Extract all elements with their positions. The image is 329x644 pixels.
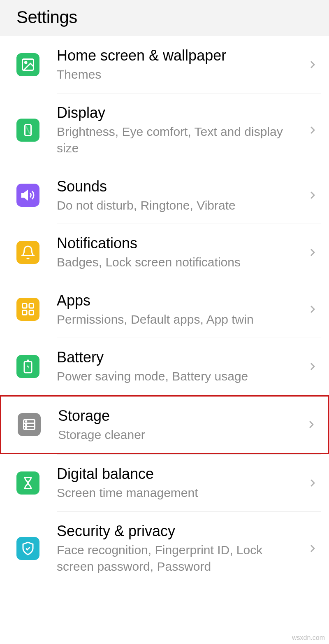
storage-icon — [18, 413, 41, 436]
item-subtitle: Storage cleaner — [58, 427, 301, 443]
shield-icon — [16, 537, 39, 560]
svg-rect-5 — [23, 304, 27, 308]
item-subtitle: Screen time management — [57, 485, 303, 502]
item-subtitle: Badges, Lock screen notifications — [57, 254, 303, 271]
svg-rect-7 — [23, 310, 27, 315]
item-title: Display — [57, 103, 303, 122]
svg-rect-8 — [29, 310, 34, 315]
chevron-right-icon — [308, 125, 317, 135]
svg-marker-4 — [22, 191, 28, 200]
settings-list: Home screen & wallpaperThemesDisplayBrig… — [0, 36, 329, 585]
settings-row-notifications[interactable]: NotificationsBadges, Lock screen notific… — [0, 224, 329, 281]
chevron-right-icon — [308, 362, 317, 371]
item-title: Battery — [57, 348, 303, 366]
item-subtitle: Power saving mode, Battery usage — [57, 368, 303, 385]
settings-row-display[interactable]: DisplayBrightness, Eye comfort, Text and… — [0, 93, 329, 167]
settings-row-sounds[interactable]: SoundsDo not disturb, Ringtone, Vibrate — [0, 167, 329, 224]
svg-marker-11 — [27, 364, 29, 370]
item-body: BatteryPower saving mode, Battery usage — [57, 348, 308, 385]
item-subtitle: Do not disturb, Ringtone, Vibrate — [57, 197, 303, 214]
item-title: Security & privacy — [57, 522, 303, 540]
chevron-right-icon — [308, 304, 317, 314]
settings-item-display[interactable]: DisplayBrightness, Eye comfort, Text and… — [0, 93, 329, 167]
item-subtitle: Brightness, Eye comfort, Text and displa… — [57, 124, 303, 157]
chevron-right-icon — [308, 247, 317, 257]
item-subtitle: Themes — [57, 66, 303, 83]
settings-item-home-screen[interactable]: Home screen & wallpaperThemes — [0, 36, 329, 93]
chevron-right-icon — [308, 60, 317, 70]
settings-item-sounds[interactable]: SoundsDo not disturb, Ringtone, Vibrate — [0, 167, 329, 224]
chevron-right-icon — [308, 478, 317, 488]
svg-point-1 — [25, 61, 27, 63]
settings-item-apps[interactable]: AppsPermissions, Default apps, App twin — [0, 281, 329, 338]
svg-line-3 — [26, 126, 30, 134]
settings-row-battery[interactable]: BatteryPower saving mode, Battery usage — [0, 338, 329, 395]
settings-item-storage-highlighted[interactable]: StorageStorage cleaner — [0, 395, 329, 455]
item-title: Digital balance — [57, 464, 303, 483]
chevron-right-icon — [306, 420, 316, 429]
item-body: Digital balanceScreen time management — [57, 464, 308, 502]
settings-item-notifications[interactable]: NotificationsBadges, Lock screen notific… — [0, 224, 329, 281]
battery-icon — [16, 355, 39, 378]
item-body: AppsPermissions, Default apps, App twin — [57, 291, 308, 328]
bell-icon — [16, 241, 39, 264]
speaker-icon — [16, 184, 39, 207]
svg-rect-6 — [29, 304, 34, 308]
settings-row-home-screen[interactable]: Home screen & wallpaperThemes — [0, 36, 329, 93]
hourglass-icon — [16, 471, 39, 495]
settings-item-security[interactable]: Security & privacyFace recognition, Fing… — [0, 512, 329, 585]
svg-point-17 — [25, 427, 26, 428]
phone-icon — [16, 119, 39, 142]
item-title: Apps — [57, 291, 303, 310]
item-title: Notifications — [57, 234, 303, 252]
item-title: Sounds — [57, 177, 303, 196]
item-subtitle: Permissions, Default apps, App twin — [57, 311, 303, 328]
settings-row-security[interactable]: Security & privacyFace recognition, Fing… — [0, 512, 329, 585]
item-subtitle: Face recognition, Fingerprint ID, Lock s… — [57, 542, 303, 575]
item-body: SoundsDo not disturb, Ringtone, Vibrate — [57, 177, 308, 214]
item-body: DisplayBrightness, Eye comfort, Text and… — [57, 103, 308, 157]
settings-row-storage[interactable]: StorageStorage cleaner — [1, 397, 328, 453]
settings-row-digital-balance[interactable]: Digital balanceScreen time management — [0, 455, 329, 511]
item-body: Home screen & wallpaperThemes — [57, 46, 308, 83]
svg-point-15 — [25, 421, 26, 422]
item-title: Home screen & wallpaper — [57, 46, 303, 65]
chevron-right-icon — [308, 544, 317, 553]
settings-row-apps[interactable]: AppsPermissions, Default apps, App twin — [0, 281, 329, 338]
svg-point-16 — [25, 425, 26, 425]
settings-item-battery[interactable]: BatteryPower saving mode, Battery usage — [0, 338, 329, 395]
item-title: Storage — [58, 406, 301, 425]
item-body: StorageStorage cleaner — [58, 406, 306, 443]
page-title: Settings — [16, 7, 313, 27]
image-icon — [16, 53, 39, 76]
grid-icon — [16, 298, 39, 321]
item-body: NotificationsBadges, Lock screen notific… — [57, 234, 308, 271]
header: Settings — [0, 0, 329, 36]
chevron-right-icon — [308, 190, 317, 200]
item-body: Security & privacyFace recognition, Fing… — [57, 522, 308, 575]
settings-item-digital-balance[interactable]: Digital balanceScreen time management — [0, 455, 329, 511]
